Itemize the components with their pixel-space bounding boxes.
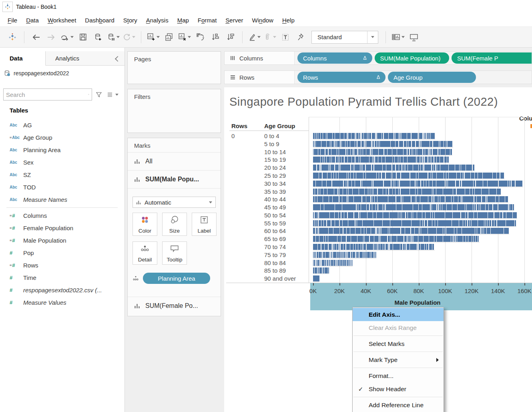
bar-segment[interactable] [357, 236, 363, 242]
bar-segment[interactable] [327, 189, 334, 195]
bar-segment[interactable] [329, 252, 330, 258]
bar-segment[interactable] [359, 189, 364, 195]
bar-segment[interactable] [424, 133, 425, 139]
bar-segment[interactable] [436, 165, 437, 171]
bar-65-to-69[interactable] [313, 236, 480, 242]
bar-segment[interactable] [435, 220, 438, 226]
bar-segment[interactable] [462, 196, 462, 202]
bar-segment[interactable] [474, 212, 477, 218]
columns-shelf[interactable]: Columns Columns Δ SUM(Male Population) S… [224, 51, 532, 65]
bar-segment[interactable] [347, 133, 347, 139]
bar-segment[interactable] [465, 173, 470, 179]
bar-segment[interactable] [385, 157, 392, 163]
field-planning-area[interactable]: AbcPlanning Area [0, 144, 124, 156]
bar-segment[interactable] [348, 181, 351, 187]
bar-segment[interactable] [453, 212, 460, 218]
bar-segment[interactable] [474, 181, 476, 187]
rows-shelf[interactable]: Rows Rows Δ Age Group [224, 70, 532, 84]
bar-segment[interactable] [405, 244, 406, 250]
bar-segment[interactable] [384, 133, 388, 139]
field-sex[interactable]: AbcSex [0, 156, 124, 169]
bar-segment[interactable] [339, 244, 339, 250]
bar-segment[interactable] [367, 204, 369, 210]
bar-segment[interactable] [410, 173, 416, 179]
bar-segment[interactable] [362, 133, 363, 139]
bar-segment[interactable] [399, 133, 400, 139]
color-button[interactable]: Color [132, 213, 157, 236]
bar-segment[interactable] [391, 141, 395, 147]
bar-segment[interactable] [476, 236, 478, 242]
bar-segment[interactable] [374, 220, 382, 226]
bar-segment[interactable] [351, 133, 354, 139]
bar-segment[interactable] [484, 220, 486, 226]
bar-segment[interactable] [452, 196, 453, 202]
field-measure-names[interactable]: AbcMeasure Names [0, 193, 124, 206]
bar-segment[interactable] [328, 236, 337, 242]
bar-segment[interactable] [457, 189, 465, 195]
bar-segment[interactable] [412, 149, 413, 155]
bar-segment[interactable] [408, 141, 411, 147]
bar-segment[interactable] [366, 149, 370, 155]
bar-segment[interactable] [416, 189, 417, 195]
bar-segment[interactable] [382, 173, 385, 179]
pill-rows[interactable]: Rows Δ [297, 72, 385, 83]
bar-segment[interactable] [410, 244, 417, 250]
bar-segment[interactable] [422, 212, 425, 218]
bar-segment[interactable] [370, 204, 372, 210]
bar-segment[interactable] [345, 252, 346, 258]
bar-segment[interactable] [444, 141, 446, 147]
bar-segment[interactable] [475, 189, 481, 195]
bar-segment[interactable] [355, 133, 356, 139]
bar-segment[interactable] [426, 212, 430, 218]
bar-segment[interactable] [366, 173, 376, 179]
bar-35-to-39[interactable] [313, 189, 501, 195]
bar-segment[interactable] [321, 204, 323, 210]
bar-segment[interactable] [422, 189, 432, 195]
bar-segment[interactable] [351, 252, 352, 258]
bar-segment[interactable] [327, 173, 331, 179]
bar-segment[interactable] [358, 204, 361, 210]
bar-90-and-over[interactable] [313, 275, 319, 281]
dropdown-caret-icon[interactable] [402, 36, 405, 38]
bar-segment[interactable] [329, 196, 332, 202]
bar-segment[interactable] [463, 236, 466, 242]
bar-segment[interactable] [408, 212, 411, 218]
bar-segment[interactable] [456, 236, 457, 242]
bar-segment[interactable] [327, 181, 331, 187]
bar-segment[interactable] [314, 252, 315, 258]
bar-segment[interactable] [440, 157, 444, 163]
bar-segment[interactable] [356, 244, 358, 250]
bar-segment[interactable] [461, 165, 465, 171]
bar-segment[interactable] [494, 212, 500, 218]
bar-segment[interactable] [466, 236, 468, 242]
bar-segment[interactable] [472, 220, 477, 226]
bar-segment[interactable] [395, 133, 398, 139]
filters-card[interactable]: Filters [127, 89, 221, 133]
bar-segment[interactable] [335, 220, 339, 226]
bar-segment[interactable] [347, 236, 351, 242]
bar-segment[interactable] [363, 244, 366, 250]
field-measure-values[interactable]: #Measure Values [0, 296, 124, 309]
bar-segment[interactable] [341, 141, 341, 147]
bar-segment[interactable] [363, 236, 364, 242]
menu-item-format[interactable]: Format... [353, 369, 444, 382]
bar-segment[interactable] [379, 228, 379, 234]
field-male-population[interactable]: =#Male Population [0, 234, 124, 247]
bar-segment[interactable] [465, 204, 466, 210]
bar-segment[interactable] [500, 212, 502, 218]
field-columns[interactable]: =#Columns [0, 209, 124, 222]
bar-segment[interactable] [354, 196, 362, 202]
bar-55-to-59[interactable] [313, 220, 516, 226]
dropdown-caret-icon[interactable] [132, 36, 135, 38]
bar-segment[interactable] [482, 196, 486, 202]
bar-segment[interactable] [510, 204, 512, 210]
bar-segment[interactable] [359, 133, 360, 139]
bar-segment[interactable] [347, 228, 350, 234]
bar-segment[interactable] [378, 141, 379, 147]
bar-segment[interactable] [497, 189, 501, 195]
bar-segment[interactable] [395, 141, 398, 147]
bar-segment[interactable] [351, 165, 353, 171]
bar-segment[interactable] [422, 141, 430, 147]
bar-segment[interactable] [470, 220, 471, 226]
bar-segment[interactable] [373, 244, 374, 250]
